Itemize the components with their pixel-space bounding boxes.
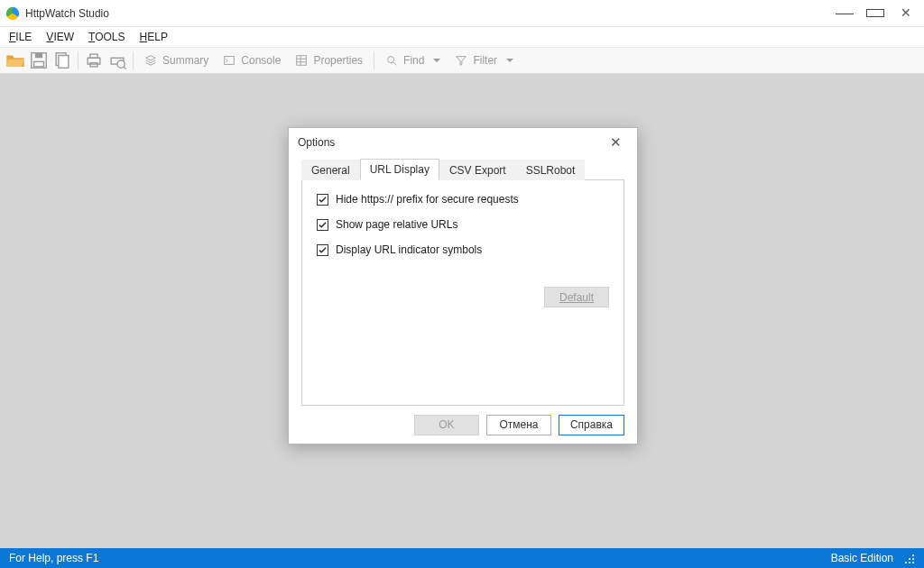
client-area: Options ✕ General URL Display CSV Export… (0, 74, 924, 548)
status-help-text: For Help, press F1 (9, 552, 98, 564)
cancel-button[interactable]: Отмена (486, 415, 551, 435)
chevron-down-icon (506, 59, 513, 62)
maximize-button[interactable] (866, 7, 884, 20)
tab-sslrobot[interactable]: SSLRobot (516, 160, 586, 180)
menu-bar: FILE VIEW TOOLS HELP (0, 27, 924, 47)
dialog-button-row: OK Отмена Справка (289, 406, 637, 444)
tab-panel-url-display: Hide https:// prefix for secure requests… (301, 180, 624, 406)
label-relative-urls: Show page relative URLs (336, 218, 457, 231)
check-icon (318, 245, 328, 255)
check-icon (318, 220, 328, 230)
svg-rect-1 (35, 53, 42, 59)
svg-rect-12 (297, 56, 307, 66)
chevron-down-icon (433, 59, 440, 62)
dialog-title: Options (298, 136, 335, 149)
svg-rect-2 (34, 61, 44, 67)
status-bar: For Help, press F1 Basic Edition (0, 548, 924, 568)
menu-tools[interactable]: TOOLS (88, 31, 125, 43)
window-title: HttpWatch Studio (25, 7, 109, 20)
open-icon[interactable] (5, 50, 25, 70)
dialog-tabs: General URL Display CSV Export SSLRobot (301, 159, 624, 180)
toolbar-properties[interactable]: Properties (290, 50, 368, 70)
toolbar: Summary Console Properties Find Filter (0, 47, 924, 74)
toolbar-filter[interactable]: Filter (449, 50, 519, 70)
dialog-close-button[interactable]: ✕ (603, 130, 628, 155)
checkbox-relative-urls[interactable] (317, 219, 328, 231)
search-icon (385, 54, 398, 67)
svg-point-16 (388, 57, 394, 63)
toolbar-summary-label: Summary (162, 54, 208, 67)
toolbar-filter-label: Filter (473, 54, 497, 67)
title-bar: HttpWatch Studio ✕ (0, 0, 924, 27)
label-hide-https: Hide https:// prefix for secure requests (336, 193, 519, 206)
minimize-button[interactable] (836, 7, 854, 20)
resize-grip-icon[interactable] (902, 552, 915, 564)
menu-file[interactable]: FILE (9, 31, 32, 43)
checkbox-hide-https[interactable] (317, 194, 328, 206)
copy-icon[interactable] (52, 50, 72, 70)
ok-button[interactable]: OK (414, 415, 479, 435)
app-icon (5, 6, 20, 21)
toolbar-console[interactable]: Console (217, 50, 286, 70)
toolbar-console-label: Console (241, 54, 281, 67)
print-preview-icon[interactable] (107, 50, 127, 70)
help-button[interactable]: Справка (559, 415, 624, 435)
properties-icon (295, 54, 308, 67)
options-dialog: Options ✕ General URL Display CSV Export… (288, 127, 638, 444)
svg-rect-4 (59, 56, 69, 69)
tab-general[interactable]: General (301, 160, 360, 180)
svg-rect-6 (90, 54, 97, 58)
tab-csv-export[interactable]: CSV Export (439, 160, 516, 180)
menu-view[interactable]: VIEW (46, 31, 74, 43)
svg-line-17 (393, 62, 397, 66)
filter-icon (455, 54, 467, 67)
tab-url-display[interactable]: URL Display (360, 159, 439, 180)
default-button[interactable]: Default (544, 287, 609, 307)
checkbox-indicator-symbols[interactable] (317, 244, 328, 256)
toolbar-find-label: Find (403, 54, 424, 67)
layers-icon (144, 54, 157, 67)
toolbar-summary[interactable]: Summary (139, 50, 214, 70)
svg-line-10 (124, 67, 126, 69)
label-indicator-symbols: Display URL indicator symbols (336, 243, 482, 256)
check-icon (318, 195, 328, 205)
console-icon (223, 54, 236, 67)
toolbar-properties-label: Properties (313, 54, 363, 67)
default-button-label: Default (559, 291, 594, 304)
save-icon[interactable] (29, 50, 49, 70)
close-button[interactable]: ✕ (897, 7, 915, 20)
menu-help[interactable]: HELP (140, 31, 168, 43)
print-icon[interactable] (84, 50, 104, 70)
svg-rect-11 (225, 57, 235, 65)
toolbar-find[interactable]: Find (380, 50, 446, 70)
status-edition: Basic Edition (831, 552, 893, 564)
